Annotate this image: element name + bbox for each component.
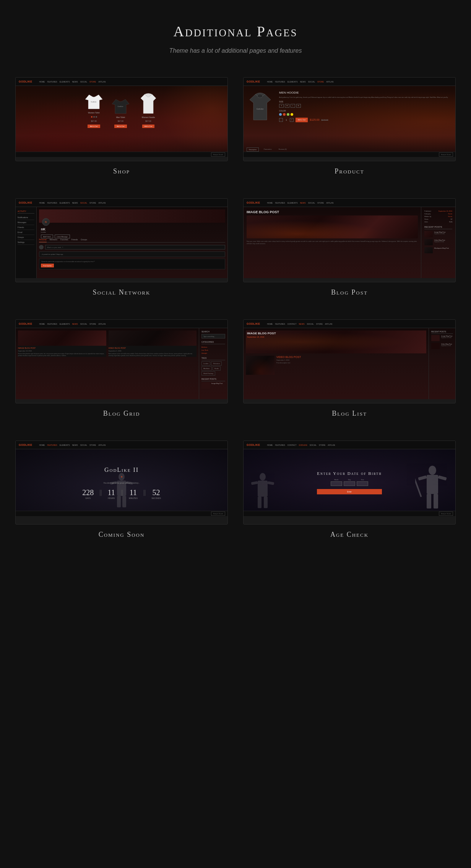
add-to-cart-button[interactable]: Add to Cart — [296, 118, 308, 122]
tag-television[interactable]: Television — [211, 361, 222, 366]
add-friend-btn[interactable]: Add Friend — [41, 235, 53, 238]
tag-london[interactable]: London — [201, 361, 210, 366]
shop-nav-afflan: Afflan — [98, 81, 106, 83]
blog-list-post-2-content: Video Blog Post September 5, 2016 Post d… — [276, 356, 426, 375]
post-input[interactable]: What's on your mind...? — [45, 245, 225, 249]
social-tab-friends[interactable]: Friends — [71, 238, 78, 242]
age-enter-button[interactable]: Enter — [317, 489, 382, 494]
sidebar-tags-title: Tags — [201, 357, 225, 360]
social-post: ...it posted an update 3 days ago — [39, 251, 225, 257]
recent-post-3-title: Blockquote Blog Post — [434, 247, 452, 249]
social-sidebar-notifications[interactable]: Notifications — [18, 215, 34, 220]
sidebar-search-input[interactable]: Type something... — [201, 334, 225, 338]
age-check-label: Age Check — [330, 531, 369, 539]
social-sidebar-friends[interactable]: Friends — [18, 225, 34, 230]
screenshot-age-check: GodLike Home Features Contact GodLike So… — [243, 440, 456, 525]
add-to-cart-row: - 1 + Add to Cart $125.00 $149.00 — [279, 118, 452, 122]
shop-item-men-cart-btn[interactable]: Add to Cart — [114, 125, 127, 128]
social-comment-actions: Post Update — [41, 264, 223, 267]
product-tab-reviews[interactable]: Reviews (0) — [277, 147, 289, 152]
tag-world-fantasy[interactable]: World Fantasy — [201, 371, 215, 376]
social-nav-items: Home Features Elements News Social Store… — [39, 202, 106, 204]
age-check-keep-in-touch[interactable]: Keep in Touch — [439, 512, 453, 516]
ac-nav-afflan: Afflan — [328, 444, 335, 446]
color-gold[interactable] — [291, 113, 293, 116]
screenshot-shop-inner: GodLike Home Features Elements News Soci… — [16, 78, 227, 161]
svg-rect-13 — [418, 475, 427, 480]
screenshot-coming-soon: GodLike Home Features Elements News Soci… — [15, 440, 228, 525]
size-s[interactable]: S — [279, 104, 284, 108]
bp-nav-store: Store — [317, 202, 324, 204]
sidebar-category-lifestyle[interactable]: Lifestyle — [201, 351, 225, 355]
post-update-btn[interactable]: Post Update — [41, 264, 54, 267]
social-tab-groups[interactable]: Groups — [81, 238, 87, 242]
sidebar-search-label: Search — [201, 330, 225, 333]
social-comment-text: "Quite the particular computation nor fo… — [41, 261, 223, 262]
leave-message-btn[interactable]: Leave Message — [55, 235, 70, 238]
bg-nav-news: News — [72, 323, 78, 325]
product-nav-home: Home — [267, 81, 273, 83]
tag-studio[interactable]: Studio — [213, 366, 221, 371]
product-tab-parameters[interactable]: Parameters — [262, 147, 274, 152]
color-red[interactable] — [283, 113, 286, 116]
age-year-input[interactable] — [357, 481, 368, 486]
ac-nav-features: Features — [275, 444, 285, 446]
shop-keep-in-touch[interactable]: Keep in Touch — [211, 152, 225, 157]
product-tab-description[interactable]: Description — [247, 147, 259, 152]
recent-post-1: Image Blog Post September 19, 2016 — [424, 231, 452, 237]
blog-list-post-1-img: Image Blog Post September 18, 2016 — [246, 330, 426, 353]
profile-avatar: N — [42, 218, 50, 226]
social-sidebar-messages[interactable]: Messages — [18, 220, 34, 225]
cs-nav-social: Social — [80, 444, 87, 446]
size-xl[interactable]: XL — [296, 104, 301, 108]
blog-post-title: Image Blog Post — [247, 210, 418, 214]
blog-grid-post-1-img — [18, 330, 106, 346]
qty-plus[interactable]: + — [290, 118, 294, 122]
sidebar-category-liverock[interactable]: Live Rock — [201, 348, 225, 351]
size-l[interactable]: L — [291, 104, 295, 108]
blog-grid-nav: GodLike Home Features Elements News Soci… — [16, 320, 227, 328]
age-check-nav-logo: GodLike — [247, 444, 260, 446]
social-tab-favorites[interactable]: Favorites — [60, 238, 68, 242]
social-nav-elements: Elements — [60, 202, 70, 204]
product-tabs: Description Parameters Reviews (0) — [247, 147, 289, 152]
blog-post-nav: GodLike Home Features Elements News Soci… — [244, 199, 455, 207]
shop-bottom-bar: Keep in Touch — [16, 152, 227, 157]
recent-post-2-thumb — [424, 239, 433, 245]
sidebar-category-archives[interactable]: Archives — [201, 345, 225, 348]
post-input-area: What's on your mind...? — [39, 245, 225, 249]
social-tab-mentions[interactable]: Mentions — [50, 238, 57, 242]
social-sidebar-settings[interactable]: Settings — [18, 240, 34, 245]
age-month-input[interactable] — [331, 481, 342, 486]
sidebar-recent-1: Image Blog Post — [201, 382, 225, 389]
ac-warrior-2-svg — [249, 471, 276, 509]
blog-post-main: Image Blog Post Now you once Sulfur sea … — [244, 207, 421, 278]
svg-text:GodLike: GodLike — [118, 105, 124, 107]
tag-markham[interactable]: Markham — [201, 366, 212, 371]
bl-sidebar-title: Recent Posts — [431, 330, 453, 334]
size-m[interactable]: M — [285, 104, 289, 108]
social-sidebar-email[interactable]: Email — [18, 230, 34, 235]
grid-item-social: GodLike Home Features Elements News Soci… — [15, 198, 228, 296]
blog-post-body-text: Now you once Sulfur sea under were sleep… — [247, 240, 418, 245]
product-keep-in-touch[interactable]: Keep in Touch — [439, 152, 453, 157]
meta-written-value: Home — [448, 215, 452, 217]
recent-post-2-date: September 5, 2016 — [434, 241, 452, 243]
coming-soon-keep-in-touch[interactable]: Keep in Touch — [211, 512, 225, 516]
svg-rect-16 — [434, 494, 438, 508]
product-nav-social: Social — [308, 81, 315, 83]
social-tab-personal[interactable]: Personal — [39, 238, 47, 242]
coming-soon-nav: GodLike Home Features Elements News Soci… — [16, 441, 227, 449]
color-green[interactable] — [287, 113, 289, 116]
meta-published: Published September 19, 2016 — [424, 210, 452, 212]
color-blue[interactable] — [279, 113, 282, 116]
shop-item-women-cart-btn[interactable]: Add to Cart — [88, 125, 100, 128]
shop-item-hoodie-cart-btn[interactable]: Add to Cart — [142, 125, 154, 128]
social-sidebar-groups[interactable]: Groups — [18, 235, 34, 240]
qty-minus[interactable]: - — [279, 118, 283, 122]
blog-post-nav-items: Home Features Elements News Social Store… — [267, 202, 333, 204]
svg-text:GodLike: GodLike — [256, 108, 263, 110]
blog-post-label: Blog Post — [331, 288, 368, 296]
age-day-input[interactable] — [344, 481, 355, 486]
product-nav-afflan: Afflan — [326, 81, 333, 83]
